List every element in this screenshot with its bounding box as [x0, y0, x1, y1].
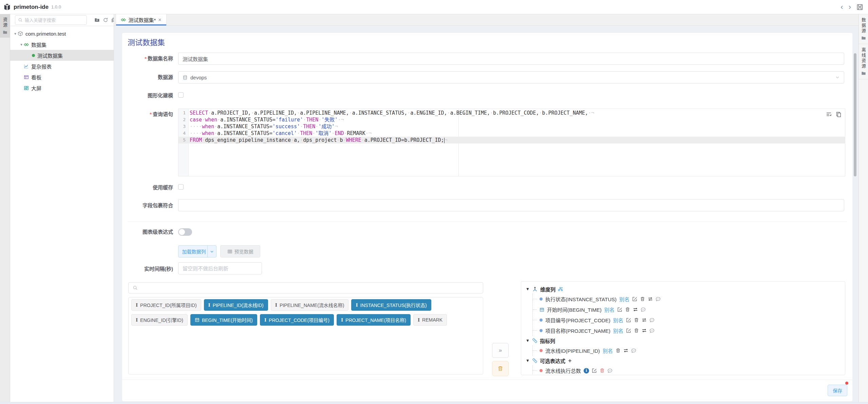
tree-caret-icon[interactable]: ▾ — [13, 32, 18, 36]
swap-icon[interactable] — [642, 318, 647, 323]
delete-icon[interactable] — [634, 318, 639, 323]
alias-link[interactable]: 别名 — [613, 327, 623, 334]
tree-item-2[interactable]: 测试数据集 — [10, 50, 114, 61]
edit-icon[interactable] — [626, 328, 631, 333]
right-tab-0[interactable]: 数据源 — [859, 14, 868, 44]
line-number: 5 — [178, 137, 189, 143]
preview-data-button[interactable]: 预览数据 — [220, 245, 260, 257]
new-folder-icon[interactable] — [94, 17, 100, 23]
save-button[interactable]: 保存 — [828, 385, 847, 396]
edit-icon[interactable] — [626, 318, 631, 323]
tree-item-1[interactable]: ▾数据集 — [10, 39, 114, 50]
fields-search[interactable] — [128, 282, 483, 293]
swap-icon[interactable] — [633, 307, 638, 312]
cache-checkbox[interactable] — [178, 184, 184, 190]
code-line-2: 2case·when·a.INSTANCE_STATUS='failure'·T… — [178, 116, 845, 123]
line-number: 3 — [178, 123, 189, 130]
tree-caret-icon[interactable]: ▾ — [19, 42, 24, 47]
delete-icon[interactable] — [634, 328, 639, 333]
alias-link[interactable]: 别名 — [604, 306, 615, 313]
copy-sql-icon[interactable] — [836, 112, 842, 117]
text-field-icon: I — [208, 303, 210, 308]
save-icon[interactable] — [856, 4, 863, 11]
tree-item-5[interactable]: 大屏 — [10, 82, 114, 93]
swap-icon[interactable] — [623, 348, 628, 353]
comment-icon[interactable] — [649, 328, 655, 333]
folder-icon — [861, 71, 866, 76]
delete-icon[interactable] — [625, 307, 630, 312]
tab-dataset[interactable]: 测试数据集* × — [116, 14, 167, 25]
plus-icon[interactable] — [568, 359, 572, 363]
comment-icon[interactable] — [631, 348, 636, 353]
tree-item-4[interactable]: 看板 — [10, 72, 114, 82]
field-chip[interactable]: BEGIN_TIME(开始时间) — [190, 314, 257, 326]
tree-item-0[interactable]: ▾com.primeton.test — [10, 28, 114, 39]
nav-forward-icon[interactable]: › — [849, 3, 851, 11]
delete-icon[interactable] — [616, 348, 621, 353]
collapse-caret-icon[interactable]: ▼ — [526, 358, 530, 363]
tree-search[interactable] — [15, 15, 87, 25]
delete-red-icon[interactable] — [600, 368, 605, 373]
chart-expr-toggle[interactable] — [178, 228, 192, 236]
field-chip[interactable]: IPROJECT_ID(所属项目ID) — [131, 299, 201, 311]
sql-editor[interactable]: 1SELECT·a.PROJECT_ID,·a.PIPELINE_ID,·a.P… — [178, 109, 845, 176]
edit-icon[interactable] — [617, 307, 622, 312]
fields-search-input[interactable] — [140, 285, 479, 291]
field-chip-label: PIPELINE_NAME(流水线名称) — [280, 302, 344, 308]
field-chip[interactable]: IPIPELINE_NAME(流水线名称) — [271, 299, 349, 311]
clear-fields-button[interactable] — [492, 361, 509, 376]
load-columns-button[interactable]: 加载数据列 — [178, 245, 216, 257]
move-fields-button[interactable]: » — [492, 343, 509, 358]
info-icon[interactable]: i — [584, 368, 589, 373]
edit-icon[interactable] — [632, 296, 637, 302]
nav-back-icon[interactable]: ‹ — [841, 3, 843, 11]
tree-item-3[interactable]: 复杂报表 — [10, 61, 114, 72]
format-sql-icon[interactable] — [826, 112, 832, 117]
explorer-tree: ▾com.primeton.test▾数据集测试数据集复杂报表看板大屏 — [10, 26, 114, 93]
field-panel: ▼维度列执行状态(INSTANCE_STATUS)别名开始时间(BEGIN_TI… — [521, 281, 845, 375]
swap-icon[interactable] — [648, 296, 653, 302]
left-activity-bar: 资源 — [0, 14, 10, 404]
field-chip[interactable]: IPROJECT_NAME(项目名称) — [337, 314, 411, 326]
right-tab-1[interactable]: 离线资源 — [859, 44, 868, 79]
alias-link[interactable]: 别名 — [603, 347, 613, 354]
edit-icon[interactable] — [592, 368, 597, 373]
source-select[interactable]: devops — [178, 71, 844, 83]
dot-blue-icon — [540, 329, 543, 332]
dot-red-icon — [540, 369, 543, 372]
refresh-icon[interactable] — [103, 17, 108, 23]
comment-icon[interactable] — [656, 296, 661, 302]
line-number: 4 — [178, 130, 189, 137]
tree-item-label: com.primeton.test — [25, 31, 66, 37]
left-tab-0[interactable]: 资源 — [0, 14, 10, 38]
field-chip[interactable]: IREMARK — [413, 314, 447, 326]
field-chip[interactable]: IINSTANCE_STATUS(执行状态) — [351, 299, 431, 311]
wrapper-input[interactable] — [178, 199, 844, 211]
tree-search-input[interactable] — [25, 18, 84, 23]
field-chip[interactable]: IENGINE_ID(引擎ID) — [131, 314, 188, 326]
collapse-caret-icon[interactable]: ▼ — [526, 338, 530, 343]
folder-icon — [861, 36, 866, 40]
main-scrollbar[interactable] — [854, 53, 856, 176]
swap-icon[interactable] — [642, 328, 647, 333]
panel-field-label: 流水线执行总数 — [545, 367, 581, 374]
field-chip[interactable]: IPROJECT_CODE(项目编号) — [260, 314, 334, 326]
panel-section-header: ▼指标列 — [526, 336, 845, 345]
info-icon[interactable]: i — [584, 368, 589, 373]
interval-input[interactable] — [178, 262, 262, 274]
tree-plus-icon[interactable] — [558, 287, 563, 292]
right-activity-bar: 数据源离线资源 — [858, 14, 868, 404]
modeling-checkbox[interactable] — [178, 92, 184, 98]
tab-close-icon[interactable]: × — [158, 17, 161, 23]
alias-link[interactable]: 别名 — [613, 316, 623, 324]
delete-icon[interactable] — [640, 296, 645, 302]
load-columns-dropdown[interactable] — [207, 246, 216, 257]
comment-icon[interactable] — [607, 368, 612, 373]
name-input[interactable] — [178, 53, 844, 65]
comment-icon[interactable] — [649, 318, 655, 323]
table-icon — [227, 249, 232, 254]
alias-link[interactable]: 别名 — [619, 295, 629, 303]
field-chip[interactable]: IPIPELINE_ID(流水线ID) — [204, 299, 268, 311]
comment-icon[interactable] — [641, 307, 646, 312]
collapse-caret-icon[interactable]: ▼ — [526, 287, 530, 291]
